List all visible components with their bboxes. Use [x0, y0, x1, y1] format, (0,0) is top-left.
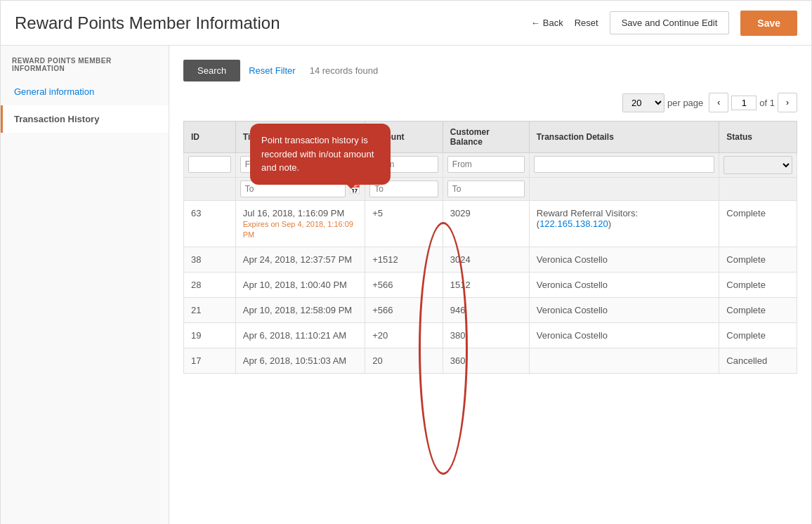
col-header-id: ID — [184, 122, 236, 153]
header-actions: ← Back Reset Save and Continue Edit Save — [531, 11, 797, 36]
save-continue-button[interactable]: Save and Continue Edit — [610, 11, 730, 34]
reset-button[interactable]: Reset — [575, 18, 598, 28]
filter-id-to-cell — [184, 178, 236, 201]
cell-balance: 360 — [443, 348, 529, 374]
cell-details: Veronica Costello — [529, 273, 719, 298]
content-area: Search Reset Filter 14 records found 20 … — [169, 46, 811, 524]
filter-balance-from-input[interactable] — [447, 156, 525, 173]
time-value: Apr 10, 2018, 1:00:40 PM — [243, 280, 347, 290]
col-header-customer-balance: Customer Balance — [443, 122, 529, 153]
cell-balance: 946 — [443, 298, 529, 323]
filter-balance-to-input[interactable] — [447, 181, 525, 197]
cell-status: Complete — [719, 323, 797, 348]
per-page-dropdown[interactable]: 20 50 100 — [622, 93, 664, 112]
col-header-transaction-details: Transaction Details — [529, 122, 719, 153]
filter-balance-from-cell — [443, 153, 529, 178]
records-found: 14 records found — [310, 65, 379, 76]
cell-amount: +1512 — [365, 247, 443, 273]
page-wrapper: Reward Points Member Information ← Back … — [0, 0, 812, 524]
filter-status-cell: Complete Cancelled — [719, 153, 797, 178]
cell-id: 38 — [184, 247, 236, 273]
cell-amount: +20 — [365, 323, 443, 348]
cell-status: Cancelled — [719, 348, 797, 374]
cell-time: Apr 24, 2018, 12:37:57 PM — [235, 247, 365, 273]
cell-time: Apr 10, 2018, 1:00:40 PM — [235, 273, 365, 298]
sidebar-item-transaction-history[interactable]: Transaction History — [1, 105, 169, 133]
cell-time: Apr 6, 2018, 11:10:21 AM — [235, 323, 365, 348]
reset-filter-button[interactable]: Reset Filter — [249, 65, 295, 76]
save-button[interactable]: Save — [740, 11, 797, 36]
callout-tooltip: Point transaction history is recorded wi… — [250, 124, 391, 185]
cell-amount: 20 — [365, 348, 443, 374]
sidebar-section-title: REWARD POINTS MEMBER INFORMATION — [1, 46, 169, 78]
pagination: 20 50 100 per page ‹ of 1 › — [183, 93, 797, 112]
cell-details: Veronica Costello — [529, 298, 719, 323]
col-header-status: Status — [719, 122, 797, 153]
cell-amount: +566 — [365, 298, 443, 323]
sidebar-general-info-link[interactable]: General information — [14, 86, 94, 97]
cell-balance: 3024 — [443, 247, 529, 273]
cell-id: 21 — [184, 298, 236, 323]
main-layout: REWARD POINTS MEMBER INFORMATION General… — [1, 46, 811, 524]
current-page-input[interactable] — [731, 96, 757, 110]
time-value: Apr 6, 2018, 10:51:03 AM — [243, 355, 346, 366]
cell-balance: 380 — [443, 323, 529, 348]
prev-page-button[interactable]: ‹ — [709, 93, 728, 112]
sidebar-item-general-information[interactable]: General information — [1, 78, 169, 105]
cell-amount: +566 — [365, 273, 443, 298]
cell-status: Complete — [719, 273, 797, 298]
page-title: Reward Points Member Information — [15, 13, 531, 33]
table-row: 21 Apr 10, 2018, 12:58:09 PM +566 946 Ve… — [184, 298, 797, 323]
cell-amount: +5 — [365, 201, 443, 247]
cell-time: Apr 10, 2018, 12:58:09 PM — [235, 298, 365, 323]
expires-value: Expires on Sep 4, 2018, 1:16:09 PM — [243, 220, 353, 239]
table-row: 19 Apr 6, 2018, 11:10:21 AM +20 380 Vero… — [184, 323, 797, 348]
search-button[interactable]: Search — [183, 60, 240, 81]
table-row: 28 Apr 10, 2018, 1:00:40 PM +566 1512 Ve… — [184, 273, 797, 298]
cell-balance: 1512 — [443, 273, 529, 298]
per-page-select: 20 50 100 per page — [622, 93, 703, 112]
toolbar: Search Reset Filter 14 records found — [183, 60, 797, 81]
cell-details: Veronica Costello — [529, 323, 719, 348]
filter-details-to-cell — [529, 178, 719, 201]
page-of-label: of 1 — [759, 98, 775, 108]
cell-details — [529, 348, 719, 374]
time-value: Apr 24, 2018, 12:37:57 PM — [243, 254, 352, 265]
page-header: Reward Points Member Information ← Back … — [1, 1, 811, 46]
filter-balance-to-cell — [443, 178, 529, 201]
cell-status: Complete — [719, 298, 797, 323]
back-arrow-icon: ← — [531, 18, 540, 28]
cell-time: Apr 6, 2018, 10:51:03 AM — [235, 348, 365, 374]
table-row: 63 Jul 16, 2018, 1:16:09 PM Expires on S… — [184, 201, 797, 247]
filter-id-input[interactable] — [188, 156, 231, 173]
time-value: Jul 16, 2018, 1:16:09 PM — [243, 208, 345, 218]
cell-status: Complete — [719, 201, 797, 247]
table-row: 17 Apr 6, 2018, 10:51:03 AM 20 360 Cance… — [184, 348, 797, 374]
sidebar: REWARD POINTS MEMBER INFORMATION General… — [1, 46, 169, 524]
cell-id: 19 — [184, 323, 236, 348]
next-page-button[interactable]: › — [778, 93, 797, 112]
time-value: Apr 6, 2018, 11:10:21 AM — [243, 330, 346, 341]
filter-details-cell — [529, 153, 719, 178]
cell-id: 63 — [184, 201, 236, 247]
page-nav: ‹ of 1 › — [709, 93, 797, 112]
cell-details: Veronica Costello — [529, 247, 719, 273]
cell-id: 28 — [184, 273, 236, 298]
filter-status-to-cell — [719, 178, 797, 201]
cell-time: Jul 16, 2018, 1:16:09 PM Expires on Sep … — [235, 201, 365, 247]
time-value: Apr 10, 2018, 12:58:09 PM — [243, 305, 352, 315]
detail-link[interactable]: 122.165.138.120 — [539, 218, 608, 229]
filter-details-input[interactable] — [534, 156, 715, 173]
cell-status: Complete — [719, 247, 797, 273]
filter-status-select[interactable]: Complete Cancelled — [723, 156, 792, 174]
cell-balance: 3029 — [443, 201, 529, 247]
table-row: 38 Apr 24, 2018, 12:37:57 PM +1512 3024 … — [184, 247, 797, 273]
filter-id-cell — [184, 153, 236, 178]
cell-id: 17 — [184, 348, 236, 374]
per-page-label: per page — [667, 98, 703, 108]
cell-details: Reward Referral Visitors: (122.165.138.1… — [529, 201, 719, 247]
back-button[interactable]: ← Back — [531, 18, 563, 28]
